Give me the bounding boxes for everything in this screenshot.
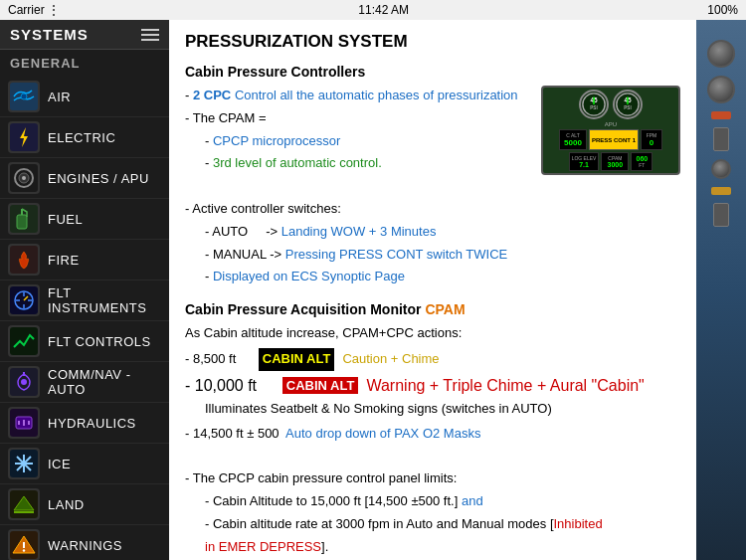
line-cabin-alt-rate: - Cabin altitude rate at 3000 fpm in Aut…: [185, 514, 680, 535]
line-cpcp: - CPCP microprocessor: [185, 131, 529, 152]
diff-value: 060: [634, 155, 650, 162]
sidebar: SYSTEMS GENERAL AIR: [0, 20, 169, 560]
line-10000: - 10,000 ft CABIN ALT Warning + Triple C…: [185, 377, 680, 395]
flt-instruments-icon: [8, 284, 40, 316]
sidebar-label-flt-controls: FLT CONTROLS: [48, 334, 151, 349]
panel-knob-1: [707, 40, 735, 68]
fpm-value: 0: [644, 138, 659, 147]
svg-point-31: [22, 462, 26, 466]
main-content: PRESSURIZATION SYSTEM Cabin Pressure Con…: [169, 20, 696, 560]
sidebar-label-flt-instruments: FLT INSTRUMENTS: [48, 285, 161, 315]
c-alt-value: 5000: [562, 138, 584, 147]
sidebar-label-electric: ELECTRIC: [48, 130, 115, 145]
sidebar-title: SYSTEMS: [10, 26, 89, 43]
status-bar: Carrier ⋮ 11:42 AM 100%: [0, 0, 746, 20]
svg-text:PSI: PSI: [624, 105, 631, 110]
sidebar-label-engines: ENGINES / APU: [48, 171, 149, 186]
sidebar-item-air[interactable]: AIR: [0, 77, 169, 117]
svg-point-6: [22, 176, 26, 180]
sidebar-label-air: AIR: [48, 90, 71, 104]
line-manual: - MANUAL -> Pressing PRESS CONT switch T…: [185, 245, 529, 266]
sidebar-item-hydraulics[interactable]: HYDRAULICS: [0, 403, 169, 444]
line-emer-depress: in EMER DEPRESS].: [185, 537, 680, 558]
panel-light-1: [711, 111, 731, 119]
line-illuminates: Illuminates Seatbelt & No Smoking signs …: [185, 399, 680, 420]
sidebar-label-fuel: FUEL: [48, 212, 83, 227]
right-decorative-panel: [696, 20, 746, 560]
log-elev-value: 7.1: [572, 161, 597, 168]
sidebar-label-ice: ICE: [48, 457, 71, 471]
electric-icon: [8, 121, 40, 153]
ice-icon: [8, 448, 40, 479]
line-displayed: - Displayed on ECS Synoptic Page: [185, 267, 529, 287]
line-blank1: [185, 176, 529, 197]
line-active-ctrl: - Active controller switches:: [185, 199, 529, 220]
cpam-gauge-2: 45 PSI: [613, 90, 643, 119]
line-3rd-level: - 3rd level of automatic control.: [185, 153, 529, 174]
sidebar-item-electric[interactable]: ELECTRIC: [0, 117, 169, 158]
cpam-gauge-1: 45 PSI: [579, 90, 609, 119]
line-8500: - 8,500 ft CABIN ALT Caution + Chime: [185, 348, 680, 371]
svg-rect-17: [10, 327, 38, 355]
sidebar-item-comm-nav[interactable]: COMM/NAV - AUTO: [0, 362, 169, 403]
line-cpcp-limits: - The CPCP cabin pressure control panel …: [185, 468, 680, 489]
panel-knob-3: [711, 159, 731, 179]
sidebar-item-flt-instruments[interactable]: FLT INSTRUMENTS: [0, 280, 169, 321]
cabin-alt-warning-badge: CABIN ALT: [282, 377, 359, 394]
section-heading-cpam: Cabin Pressure Acquisition Monitor CPAM: [185, 301, 680, 317]
sidebar-item-fire[interactable]: FIRE: [0, 240, 169, 280]
sidebar-header: SYSTEMS: [0, 20, 169, 50]
line-14500: - 14,500 ft ± 500 Auto drop down of PAX …: [185, 424, 680, 445]
svg-point-19: [21, 379, 27, 385]
cpam-value: 3000: [604, 161, 626, 168]
battery-display: 100%: [707, 3, 738, 17]
sidebar-label-comm-nav: COMM/NAV - AUTO: [48, 367, 161, 397]
svg-text:PSI: PSI: [590, 105, 597, 110]
air-icon: [8, 81, 40, 112]
section-heading-cpc: Cabin Pressure Controllers: [185, 64, 680, 80]
panel-switch-2: [713, 203, 729, 227]
fuel-icon: [8, 203, 40, 235]
line-as-cabin: As Cabin altitude increase, CPAM+CPC act…: [185, 323, 680, 344]
sidebar-label-land: LAND: [48, 497, 85, 512]
engines-icon: [8, 162, 40, 194]
svg-rect-8: [17, 215, 27, 229]
sidebar-item-warnings[interactable]: WARNINGS: [0, 525, 169, 560]
panel-switch-1: [713, 127, 729, 151]
sidebar-item-engines[interactable]: ENGINES / APU: [0, 158, 169, 199]
svg-point-1: [21, 93, 27, 99]
press-cont-label: PRESS CONT 1: [592, 137, 636, 143]
sidebar-item-fuel[interactable]: FUEL: [0, 199, 169, 240]
line-cpc: - 2 CPC Control all the automatic phases…: [185, 86, 529, 106]
cabin-alt-caution-badge: CABIN ALT: [259, 348, 335, 371]
sidebar-item-flt-controls[interactable]: FLT CONTROLS: [0, 321, 169, 362]
cpam-panel-image: 45 PSI 45 PSI APU: [541, 86, 680, 175]
sidebar-label-warnings: WARNINGS: [48, 538, 122, 553]
carrier-text: Carrier ⋮: [8, 3, 60, 17]
time-display: 11:42 AM: [358, 3, 409, 17]
page-title: PRESSURIZATION SYSTEM: [185, 32, 680, 52]
flt-controls-icon: [8, 325, 40, 357]
line-cpam-eq: - The CPAM =: [185, 108, 529, 129]
sidebar-item-ice[interactable]: ICE: [0, 444, 169, 484]
panel-knob-2: [707, 76, 735, 103]
land-icon: [8, 488, 40, 520]
sidebar-item-land[interactable]: LAND: [0, 484, 169, 525]
fire-icon: [8, 244, 40, 276]
hamburger-menu-icon[interactable]: [141, 29, 159, 41]
hydraulics-icon: [8, 407, 40, 439]
warnings-icon: [8, 529, 40, 560]
panel-light-2: [711, 187, 731, 195]
line-blank2: [185, 446, 680, 467]
line-auto: - AUTO -> Landing WOW + 3 Minutes: [185, 222, 529, 243]
ft-label: FT: [634, 162, 650, 168]
svg-point-36: [23, 549, 25, 551]
comm-nav-icon: [8, 366, 40, 398]
sidebar-section-general: GENERAL: [0, 50, 169, 77]
sidebar-label-fire: FIRE: [48, 253, 80, 268]
line-cabin-alt-15000: - Cabin Altitude to 15,000 ft [14,500 ±5…: [185, 491, 680, 512]
sidebar-label-hydraulics: HYDRAULICS: [48, 416, 136, 431]
